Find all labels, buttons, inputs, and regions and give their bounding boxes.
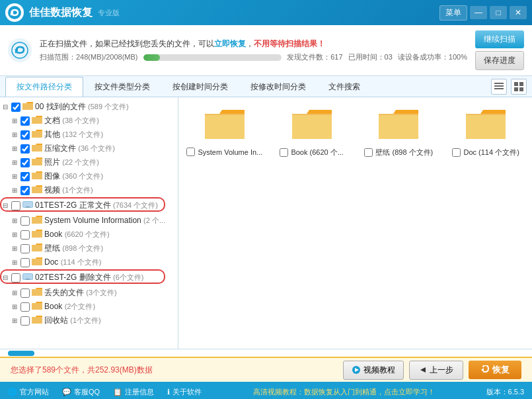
tree-toggle-00[interactable]: ⊟ [1, 103, 9, 111]
tree-toggle-01[interactable]: ⊟ [1, 202, 9, 210]
bottom-about[interactable]: ℹ 关于软件 [167, 387, 202, 397]
app-title: 佳佳数据恢复 [29, 6, 93, 20]
tab-type[interactable]: 按文件类型分类 [83, 77, 161, 97]
bottom-qq[interactable]: 💬 客服QQ [62, 387, 100, 397]
folder-icon-wallpaper1 [32, 243, 42, 254]
bottom-version: 版本：6.5.3 [486, 387, 524, 397]
tree-label-video: 视频 (1个文件) [44, 185, 93, 196]
svg-marker-20 [481, 368, 484, 372]
tree-check-doc[interactable] [20, 116, 30, 126]
tree-check-photo[interactable] [20, 158, 30, 167]
tree-label-doc1: Doc (114 个文件) [44, 257, 101, 267]
tree-check-00[interactable] [11, 103, 20, 112]
register-label: 注册信息 [125, 387, 154, 397]
file-label-doc: Doc (114 个文件) [463, 148, 519, 157]
tree-item-wallpaper1[interactable]: ⊞ 壁纸 (898 个文件) [0, 242, 178, 255]
app-logo [5, 3, 24, 22]
file-check-wallpaper[interactable] [364, 148, 373, 157]
recover-button[interactable]: 恢复 [469, 361, 521, 379]
tree-check-01[interactable] [11, 201, 20, 210]
minimize-button[interactable]: — [470, 6, 487, 19]
tree-item-recycle[interactable]: ⊞ 回收站 (1个文件) [0, 314, 178, 328]
folder-icon-sysinfo [32, 215, 42, 226]
folder-icon-video [32, 185, 42, 196]
tree-label-book2: Book (2个文件) [44, 302, 95, 312]
continue-scan-button[interactable]: 继续扫描 [475, 30, 524, 48]
tree-check-sysinfo[interactable] [20, 216, 30, 226]
svg-point-0 [8, 6, 21, 19]
tree-label-other: 其他 (132 个文件) [44, 129, 103, 140]
tree-check-recycle[interactable] [20, 316, 30, 326]
folder-icon-large-doc [462, 105, 510, 145]
progress-bar-inner [143, 54, 160, 61]
tree-item-zip[interactable]: ⊞ 压缩文件 (36 个文件) [0, 142, 178, 155]
bottom-register[interactable]: 📋 注册信息 [113, 387, 154, 397]
svg-rect-5 [494, 85, 504, 87]
tree-label-recycle: 回收站 (1个文件) [44, 315, 101, 326]
scrollbar-area [0, 349, 532, 357]
svg-rect-16 [26, 279, 30, 280]
tree-label-zip: 压缩文件 (36 个文件) [44, 143, 115, 154]
tree-item-book2[interactable]: ⊞ Book (2个文件) [0, 300, 178, 314]
status-buttons: 视频教程 上一步 恢复 [343, 361, 521, 380]
tree-check-wallpaper1[interactable] [20, 244, 30, 253]
scan-range: 扫描范围：248(MB)/2008(MB) [40, 52, 138, 62]
file-check-book[interactable] [280, 148, 288, 157]
scrollbar-thumb[interactable] [8, 351, 34, 356]
tree-item-02[interactable]: ⊟ 02TEST-2G 删除文件 (6个文件) [0, 271, 178, 285]
grid-view-button[interactable] [511, 79, 527, 95]
tree-item-image[interactable]: ⊞ 图像 (360 个文件) [0, 169, 178, 183]
tree-check-02[interactable] [11, 273, 20, 283]
file-check-doc[interactable] [452, 148, 461, 157]
arrow-left-icon [419, 366, 427, 374]
svg-rect-7 [514, 82, 518, 86]
file-check-sysinfo[interactable] [186, 148, 195, 156]
close-button[interactable]: ✕ [510, 6, 527, 19]
tree-item-video[interactable]: ⊞ 视频 (1个文件) [0, 183, 178, 197]
file-checkbox-row-sysinfo: System Volume In... [186, 148, 262, 156]
svg-marker-19 [420, 367, 426, 373]
qq-icon: 💬 [62, 388, 71, 396]
file-item-sysinfo[interactable]: System Volume In... [186, 105, 263, 157]
bottom-website[interactable]: 🌐 官方网站 [8, 387, 49, 397]
tree-item-00[interactable]: ⊟ 00 找到的文件 (589 个文件) [0, 100, 178, 114]
about-icon: ℹ [167, 388, 170, 396]
tree-check-doc1[interactable] [20, 258, 30, 267]
file-item-book[interactable]: Book (6620 个... [274, 105, 350, 157]
tree-check-image[interactable] [20, 172, 30, 181]
tree-check-lost[interactable] [20, 288, 30, 298]
menu-button[interactable]: 菜单 [439, 5, 467, 21]
tree-item-doc1[interactable]: ⊞ Doc (114 个文件) [0, 255, 178, 269]
svg-rect-4 [494, 83, 504, 84]
tab-create-time[interactable]: 按创建时间分类 [161, 77, 239, 97]
tree-check-zip[interactable] [20, 144, 30, 154]
maximize-button[interactable]: □ [490, 6, 507, 19]
tree-check-book2[interactable] [20, 302, 30, 312]
tree-item-other[interactable]: ⊞ 其他 (132 个文件) [0, 128, 178, 142]
tree-item-sysinfo[interactable]: ⊞ System Volume Information (2 个... [0, 214, 178, 228]
tree-item-lost[interactable]: ⊞ 丢失的文件 (3个文件) [0, 286, 178, 300]
tree-toggle-doc[interactable]: ⊞ [11, 117, 19, 125]
save-progress-button[interactable]: 保存进度 [475, 51, 524, 70]
tree-label-02: 02TEST-2G 删除文件 (6个文件) [35, 272, 143, 283]
tree-check-video[interactable] [20, 186, 30, 195]
status-message: 您选择了589个文件，共252.93(MB)数据 [11, 365, 153, 375]
tree-item-book1[interactable]: ⊞ Book (6620 个文件) [0, 228, 178, 242]
tree-check-book1[interactable] [20, 230, 30, 240]
file-item-doc[interactable]: Doc (114 个文件) [447, 105, 524, 157]
tree-item-doc[interactable]: ⊞ 文档 (38 个文件) [0, 114, 178, 128]
tab-modify-time[interactable]: 按修改时间分类 [239, 77, 317, 97]
tab-search[interactable]: 文件搜索 [317, 77, 371, 97]
video-tutorial-button[interactable]: 视频教程 [343, 361, 404, 380]
folder-icon-doc [32, 115, 42, 126]
prev-step-button[interactable]: 上一步 [409, 361, 463, 380]
list-view-button[interactable] [491, 79, 507, 95]
tree-toggle-02[interactable]: ⊟ [1, 274, 9, 282]
file-item-wallpaper[interactable]: 壁纸 (898 个文件) [361, 105, 437, 157]
tree-item-photo[interactable]: ⊞ 照片 (22 个文件) [0, 155, 178, 169]
bottom-promo[interactable]: 高清视频教程：数据恢复从入门到精通，点击立即学习！ [215, 387, 473, 397]
tree-item-01[interactable]: ⊟ 01TEST-2G 正常文件 (7634 个文件) [0, 199, 178, 212]
tab-path[interactable]: 按文件路径分类 [5, 77, 83, 97]
svg-rect-8 [519, 82, 523, 86]
tree-check-other[interactable] [20, 130, 30, 140]
